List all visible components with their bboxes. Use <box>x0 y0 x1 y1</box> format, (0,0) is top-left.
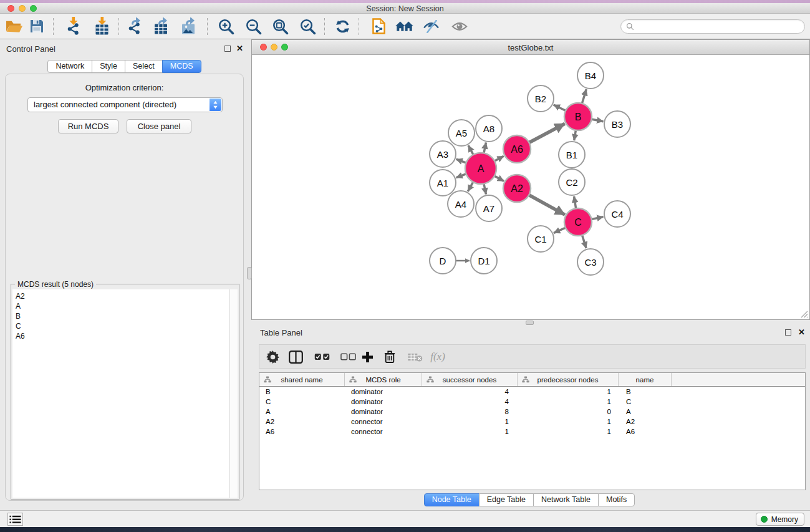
cell[interactable]: B <box>259 387 345 397</box>
cell[interactable]: 1 <box>518 417 619 427</box>
cell[interactable]: B <box>619 387 672 397</box>
cell[interactable]: 4 <box>422 387 518 397</box>
column-header-shared-name[interactable]: shared name <box>259 373 345 386</box>
table-tab-network-table[interactable]: Network Table <box>533 493 599 506</box>
node-label-B4: B4 <box>585 70 596 81</box>
column-header-name[interactable]: name <box>619 373 672 386</box>
column-header-MCDS-role[interactable]: MCDS role <box>345 373 422 386</box>
fx-label: f(x) <box>430 351 445 363</box>
cell[interactable]: 1 <box>518 387 619 397</box>
export-network-icon[interactable] <box>124 16 148 37</box>
zoom-selected-icon[interactable] <box>296 16 319 37</box>
home-icon[interactable] <box>392 16 416 37</box>
refresh-view-icon[interactable] <box>330 16 354 37</box>
cell[interactable]: A <box>619 407 672 417</box>
import-table-icon[interactable] <box>90 16 114 37</box>
node-label-B1: B1 <box>566 150 577 160</box>
zoom-out-icon[interactable] <box>241 16 265 37</box>
table-tab-edge-table[interactable]: Edge Table <box>479 493 534 506</box>
result-scrollbar[interactable] <box>229 289 238 498</box>
add-column-icon[interactable] <box>357 346 377 367</box>
deselect-all-checkboxes-icon[interactable] <box>338 346 358 367</box>
tab-select[interactable]: Select <box>125 60 163 73</box>
cell[interactable]: A2 <box>619 417 672 427</box>
float-table-panel-icon[interactable] <box>785 329 791 336</box>
resize-grip-icon[interactable] <box>799 309 808 318</box>
save-session-icon[interactable] <box>25 16 49 37</box>
node-label-A1: A1 <box>437 178 448 188</box>
cell[interactable]: A6 <box>259 427 345 437</box>
close-table-panel-icon[interactable]: ✕ <box>798 329 805 336</box>
import-network-icon[interactable] <box>62 16 85 37</box>
divider-handle[interactable] <box>526 321 534 325</box>
cell[interactable]: 0 <box>518 407 619 417</box>
network-canvas[interactable]: B4B2BB3A8A5A6A3B1AA1C2A2A4A7C4CC1C3DD1 <box>252 55 809 319</box>
application-window: Session: New Session Control Panel ✕ Net… <box>0 0 810 532</box>
cell[interactable]: 1 <box>422 417 518 427</box>
open-session-file-icon[interactable] <box>367 16 390 37</box>
mcds-panel: Optimization criterion: largest connecte… <box>5 74 244 501</box>
toolbar-separator <box>53 18 54 35</box>
cell[interactable]: 1 <box>422 427 518 437</box>
tab-mcds[interactable]: MCDS <box>162 60 201 73</box>
cell[interactable]: 1 <box>518 397 619 407</box>
settings-gear-icon[interactable] <box>263 346 282 367</box>
cell[interactable]: dominator <box>345 387 422 397</box>
zoom-fit-icon[interactable] <box>268 16 292 37</box>
cell[interactable]: C <box>259 397 345 407</box>
close-panel-button[interactable]: Close panel <box>127 119 191 133</box>
result-item[interactable]: A6 <box>16 331 229 341</box>
table-row[interactable]: Bdominator41B <box>259 387 805 397</box>
tab-network[interactable]: Network <box>47 60 92 73</box>
result-item[interactable]: A <box>16 301 229 311</box>
hide-panels-icon[interactable] <box>419 16 443 37</box>
mcds-result-list[interactable]: A2ABCA6 <box>12 289 229 498</box>
result-item[interactable]: C <box>16 321 229 331</box>
status-bar: Memory <box>0 510 810 527</box>
open-session-icon[interactable] <box>2 16 26 37</box>
column-header-predecessor-nodes[interactable]: predecessor nodes <box>518 373 619 386</box>
cell[interactable]: A2 <box>259 417 345 427</box>
criterion-dropdown[interactable]: largest connected component (directed) <box>27 97 223 112</box>
cell[interactable]: C <box>619 397 672 407</box>
vertical-scrollbar-thumb[interactable] <box>247 267 252 279</box>
cell[interactable]: 8 <box>422 407 518 417</box>
float-panel-icon[interactable] <box>224 46 231 52</box>
export-image-icon[interactable] <box>178 16 202 37</box>
run-mcds-button[interactable]: Run MCDS <box>58 119 118 133</box>
node-label-D1: D1 <box>478 256 489 266</box>
export-table-icon[interactable] <box>151 16 175 37</box>
column-header-successor-nodes[interactable]: successor nodes <box>422 373 518 386</box>
search-input[interactable] <box>634 21 804 32</box>
table-tab-motifs[interactable]: Motifs <box>598 493 635 506</box>
zoom-in-icon[interactable] <box>214 16 238 37</box>
delete-column-icon[interactable] <box>380 346 400 367</box>
table-row[interactable]: A6connector11A6 <box>259 427 805 437</box>
memory-status-dot <box>761 516 768 523</box>
select-all-checkboxes-icon[interactable] <box>312 346 332 367</box>
cell[interactable]: connector <box>345 417 422 427</box>
task-history-button[interactable] <box>7 513 23 526</box>
show-panels-icon[interactable] <box>448 16 471 37</box>
table-row[interactable]: Adominator80A <box>259 407 805 417</box>
table-row[interactable]: Cdominator41C <box>259 397 805 407</box>
close-panel-icon[interactable]: ✕ <box>236 46 243 52</box>
cell[interactable]: dominator <box>345 397 422 407</box>
cell[interactable]: connector <box>345 427 422 437</box>
table-tab-node-table[interactable]: Node Table <box>424 493 480 506</box>
cell[interactable]: 1 <box>518 427 619 437</box>
node-label-A7: A7 <box>483 203 494 214</box>
node-label-A2: A2 <box>511 183 523 194</box>
cell[interactable]: A <box>259 407 345 417</box>
result-item[interactable]: A2 <box>16 291 229 301</box>
table-row[interactable]: A2connector11A2 <box>259 417 805 427</box>
cell[interactable]: 4 <box>422 397 518 407</box>
result-item[interactable]: B <box>16 311 229 321</box>
tab-style[interactable]: Style <box>92 60 125 73</box>
column-label: successor nodes <box>443 376 496 384</box>
show-columns-icon[interactable] <box>286 346 306 367</box>
cell[interactable]: dominator <box>345 407 422 417</box>
memory-button[interactable]: Memory <box>756 513 804 526</box>
cell[interactable]: A6 <box>619 427 672 437</box>
column-label: predecessor nodes <box>538 376 599 384</box>
